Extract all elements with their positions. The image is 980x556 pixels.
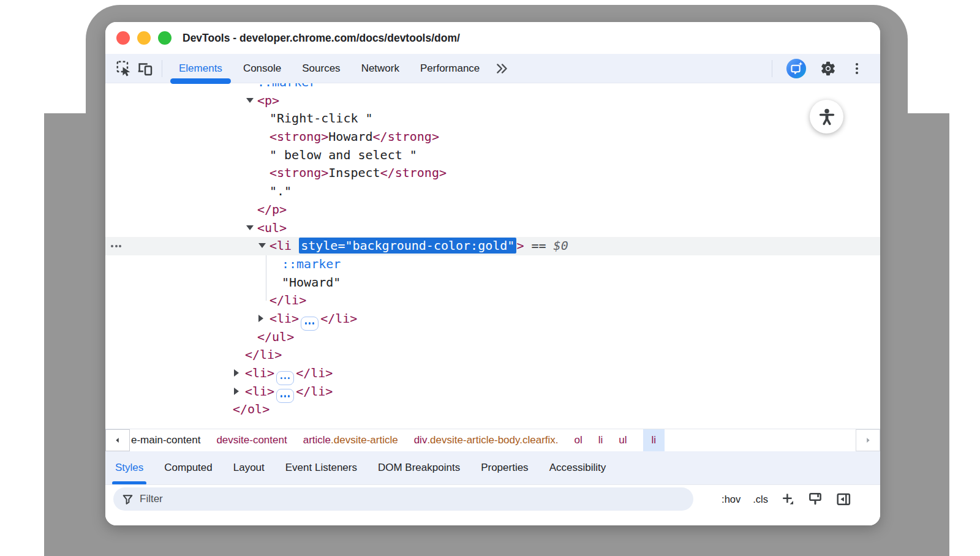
breadcrumb-item[interactable]: devsite-content [216,429,287,451]
dom-tree-row[interactable]: </ul> [105,328,880,347]
sidebar-tab-computed[interactable]: Computed [164,451,212,484]
dom-tree-row[interactable]: <p> [105,92,880,110]
tab-console[interactable]: Console [233,54,292,83]
more-panels-button[interactable] [490,58,514,79]
sidebar-tab-event-listeners[interactable]: Event Listeners [285,451,357,484]
dom-tree-row[interactable]: "." [105,182,880,201]
breadcrumb-item[interactable]: e-main-content [131,429,200,451]
tab-label: Network [361,62,399,75]
dom-tree-row[interactable]: <strong>Howard</strong> [105,128,880,146]
tab-network[interactable]: Network [351,54,410,83]
paint-brush-icon [807,491,823,507]
sidebar-tab-dom-breakpoints[interactable]: DOM Breakpoints [378,451,460,484]
toggle-sidebar-button[interactable] [835,491,851,507]
breadcrumb-item[interactable]: article.devsite-article [303,429,398,451]
sidebar-tab-accessibility[interactable]: Accessibility [549,451,606,484]
inspect-element-button[interactable] [114,58,135,79]
breadcrumb-part: .devsite-article-body.clearfix. [427,434,558,446]
devtools-toolbar: ElementsConsoleSourcesNetworkPerformance [105,54,880,83]
dom-tree-row[interactable]: ::marker [105,83,880,92]
code-segment-text: Howard [328,129,372,144]
expander-closed-icon[interactable] [258,315,263,322]
close-window-button[interactable] [116,31,130,45]
dom-tree-row-selected[interactable]: <li style="background-color:gold"> == $0 [105,237,880,255]
dom-tree-row[interactable]: <strong>Inspect</strong> [105,164,880,182]
sidebar-tab-label: Layout [233,462,265,474]
tab-label: Console [243,62,281,75]
expander-open-icon[interactable] [246,225,254,230]
breadcrumb-part: ul [619,434,627,446]
breadcrumb-item[interactable]: li [598,429,603,451]
expander-closed-icon[interactable] [234,369,239,377]
code-segment-tag: </li> [296,384,333,399]
dom-tree-row[interactable]: <ul> [105,219,880,238]
code-segment-eq: == [524,238,553,253]
dom-tree-row[interactable]: " below and select " [105,146,880,165]
code-segment-text: "Right-click " [270,111,373,126]
tab-elements[interactable]: Elements [168,54,233,83]
breadcrumb-item[interactable]: li [643,429,665,451]
tab-performance[interactable]: Performance [410,54,490,83]
code-segment-tag: > [516,238,524,253]
styles-filter-bar: Filter :hov .cls [105,484,880,525]
device-toolbar-button[interactable] [135,58,156,79]
dom-tree-row[interactable]: </p> [105,201,880,219]
toggle-sidebar-icon [835,491,851,507]
indent-guide-line [266,255,266,301]
toggle-element-state-button[interactable]: :hov [722,494,741,505]
tab-sources[interactable]: Sources [292,54,350,83]
breadcrumb-item[interactable]: ul [619,429,627,451]
active-tab-underline [170,78,231,84]
new-style-rule-button[interactable] [780,492,795,506]
maximize-window-button[interactable] [158,31,172,45]
element-classes-button[interactable]: .cls [753,494,768,505]
chevron-left-icon [113,435,123,445]
dom-tree-row[interactable]: ::marker [105,255,880,274]
dom-tree-row[interactable]: <li></li> [105,383,880,401]
code-segment-tag: <li [270,238,299,253]
more-options-button[interactable] [850,58,864,79]
styles-filter-input[interactable]: Filter [113,487,693,511]
breadcrumb-item[interactable]: div.devsite-article-body.clearfix. [414,429,559,451]
code-segment-dollar: $0 [554,238,568,253]
toolbar-separator [772,60,772,77]
rendering-emulations-button[interactable] [807,491,823,507]
expander-open-icon[interactable] [246,98,254,103]
ai-assistant-button[interactable] [786,58,807,79]
breadcrumb-part: devsite-content [216,434,287,446]
code-segment-pseudo: ::marker [282,257,341,271]
dom-tree-row[interactable]: "Right-click " [105,110,880,128]
breadcrumb-scroll-right-button[interactable] [856,429,880,451]
settings-gear-icon [820,60,837,77]
sidebar-tab-properties[interactable]: Properties [481,451,528,484]
accessibility-overlay-button[interactable] [810,100,843,133]
traffic-lights [116,31,172,45]
add-style-rule-icon [780,492,795,506]
node-overflow-menu-icon[interactable] [111,245,121,247]
sidebar-tab-layout[interactable]: Layout [233,451,265,484]
breadcrumb-part: li [652,434,657,446]
ai-assistant-icon [786,58,807,80]
dom-tree-row[interactable]: </li> [105,346,880,364]
code-segment-tag: </ol> [233,402,270,416]
code-segment-tag: <li> [270,311,299,326]
dom-tree-row[interactable]: </li> [105,291,880,310]
title-bar: DevTools - developer.chrome.com/docs/dev… [105,22,880,54]
dom-tree-row[interactable]: </ol> [105,400,880,419]
tab-label: Performance [420,62,480,75]
breadcrumb-scroll-left-button[interactable] [105,429,130,451]
expander-open-icon[interactable] [258,243,266,248]
breadcrumb-item[interactable]: ol [575,429,582,451]
toolbar-right-actions [769,58,872,79]
settings-button[interactable] [818,58,839,79]
sidebar-tab-styles[interactable]: Styles [115,451,143,484]
minimize-window-button[interactable] [137,31,151,45]
sidebar-tab-label: Computed [164,462,212,474]
code-segment-tag: </li> [296,366,333,380]
dom-tree-row[interactable]: <li></li> [105,310,880,328]
expander-closed-icon[interactable] [234,388,239,395]
dom-tree-row[interactable]: "Howard" [105,274,880,292]
code-segment-tag: <ul> [257,220,287,235]
dom-tree-row[interactable]: <li></li> [105,364,880,383]
breadcrumb-part: e-main-content [131,434,200,446]
